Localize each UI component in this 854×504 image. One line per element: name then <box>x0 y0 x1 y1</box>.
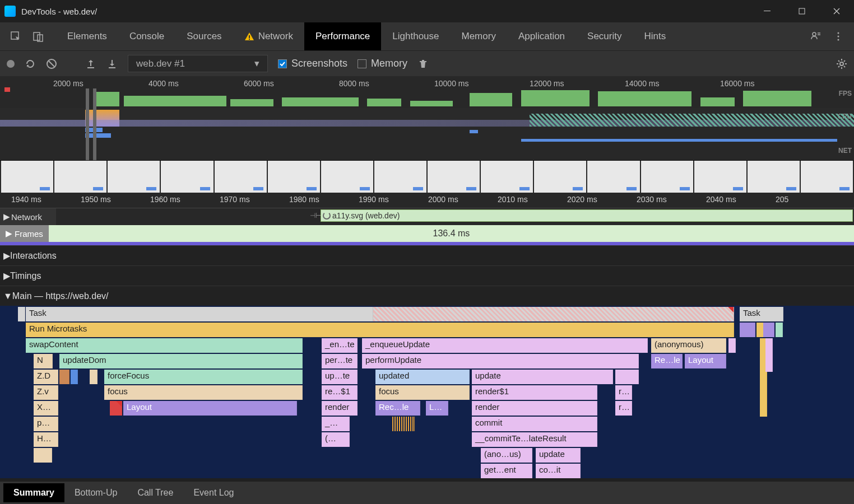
bottom-tab-eventlog[interactable]: Event Log <box>183 483 244 502</box>
network-track-label: Network <box>11 212 42 222</box>
flame-task: Task <box>26 307 373 321</box>
warning-icon <box>244 31 254 41</box>
bottom-tab-calltree[interactable]: Call Tree <box>127 483 183 502</box>
ruler-tick: 1980 ms <box>289 195 319 204</box>
overview-tick: 4000 ms <box>148 79 179 88</box>
clear-button[interactable] <box>46 58 57 69</box>
filmstrip-thumb[interactable] <box>215 161 267 193</box>
overview-tick: 14000 ms <box>625 79 659 88</box>
delete-button[interactable] <box>417 58 429 69</box>
filmstrip-thumb[interactable] <box>54 161 106 193</box>
detail-ruler[interactable]: 1940 ms1950 ms1960 ms1970 ms1980 ms1990 … <box>0 193 854 208</box>
download-button[interactable] <box>106 58 118 69</box>
filmstrip-thumb[interactable] <box>321 161 373 193</box>
svg-point-9 <box>838 36 839 38</box>
timings-track[interactable]: ▶Timings <box>0 265 854 286</box>
filmstrip-thumb[interactable] <box>428 161 480 193</box>
bottom-tab-bottomup[interactable]: Bottom-Up <box>64 483 127 502</box>
reload-button[interactable] <box>25 58 36 69</box>
overview-tick: 12000 ms <box>530 79 564 88</box>
overview-tick: 6000 ms <box>244 79 274 88</box>
overview-timeline[interactable]: 2000 ms4000 ms6000 ms8000 ms10000 ms1200… <box>0 76 854 160</box>
memory-checkbox[interactable]: Memory <box>358 58 407 69</box>
filmstrip-thumb[interactable] <box>801 161 853 193</box>
filmstrip-thumb[interactable] <box>694 161 746 193</box>
loading-icon <box>323 212 331 220</box>
ruler-tick: 1960 ms <box>150 195 180 204</box>
maximize-button[interactable] <box>785 0 819 22</box>
bottom-tab-summary[interactable]: Summary <box>3 483 64 502</box>
ruler-tick: 205 <box>776 195 788 204</box>
selection-end-handle[interactable] <box>93 88 96 160</box>
ruler-tick: 2030 ms <box>637 195 667 204</box>
filmstrip-thumb[interactable] <box>374 161 426 193</box>
tab-console[interactable]: Console <box>118 22 175 50</box>
ruler-tick: 2000 ms <box>428 195 458 204</box>
tab-application[interactable]: Application <box>507 22 576 50</box>
filmstrip-thumb[interactable] <box>108 161 160 193</box>
net-lane-label: NET <box>838 147 852 155</box>
frames-track-label[interactable]: ▶Frames <box>0 225 49 242</box>
tab-network[interactable]: Network <box>233 22 304 50</box>
tab-elements[interactable]: Elements <box>56 22 118 50</box>
filmstrip-thumb[interactable] <box>481 161 533 193</box>
svg-rect-6 <box>249 39 250 40</box>
filmstrip-thumb[interactable] <box>268 161 320 193</box>
interactions-track[interactable]: ▶Interactions <box>0 245 854 265</box>
filmstrip-thumb[interactable] <box>161 161 213 193</box>
device-icon[interactable] <box>27 22 49 50</box>
selection-start-handle[interactable] <box>86 88 89 160</box>
tab-memory[interactable]: Memory <box>451 22 507 50</box>
ruler-tick: 1950 ms <box>81 195 111 204</box>
filmstrip[interactable] <box>0 160 854 193</box>
flame-microtasks: Run Microtasks <box>26 323 734 337</box>
svg-rect-0 <box>764 11 771 11</box>
overview-tick: 2000 ms <box>53 79 83 88</box>
screenshots-checkbox[interactable]: Screenshots <box>278 58 347 69</box>
more-icon[interactable] <box>827 22 850 50</box>
frame-duration[interactable]: 136.4 ms <box>49 225 854 242</box>
filmstrip-thumb[interactable] <box>748 161 800 193</box>
chevron-down-icon: ▾ <box>254 58 259 69</box>
overview-tick: 10000 ms <box>434 79 468 88</box>
svg-point-12 <box>840 62 843 66</box>
upload-button[interactable] <box>85 58 96 69</box>
app-logo-icon <box>4 6 16 17</box>
overview-tick: 16000 ms <box>720 79 754 88</box>
fps-lane-label: FPS <box>839 90 852 97</box>
svg-rect-1 <box>799 8 805 14</box>
main-track[interactable]: ▼Main — https://web.dev/ <box>0 286 854 306</box>
ruler-tick: 2040 ms <box>706 195 736 204</box>
filmstrip-thumb[interactable] <box>587 161 639 193</box>
network-request-bar[interactable]: a11y.svg (web.dev) <box>321 209 853 222</box>
tab-sources[interactable]: Sources <box>175 22 233 50</box>
flame-task2: Task <box>740 307 783 321</box>
svg-point-10 <box>838 39 839 41</box>
record-button[interactable] <box>7 60 15 68</box>
overview-tick: 8000 ms <box>339 79 369 88</box>
flame-chart[interactable]: Task Task Run Microtasks swapContent _en… <box>0 306 854 478</box>
inspect-icon[interactable] <box>4 22 27 50</box>
tab-performance[interactable]: Performance <box>304 22 381 50</box>
window-title: DevTools - web.dev/ <box>21 7 97 16</box>
trace-select[interactable]: web.dev #1▾ <box>128 55 268 72</box>
tab-security[interactable]: Security <box>576 22 633 50</box>
svg-point-8 <box>838 32 839 34</box>
filmstrip-thumb[interactable] <box>641 161 693 193</box>
feedback-icon[interactable] <box>805 22 827 50</box>
close-button[interactable] <box>819 0 854 22</box>
settings-icon[interactable] <box>836 58 847 69</box>
collapse-icon[interactable]: ▶ <box>2 212 11 222</box>
filmstrip-thumb[interactable] <box>1 161 53 193</box>
ruler-tick: 2020 ms <box>567 195 597 204</box>
tab-lighthouse[interactable]: Lighthouse <box>381 22 450 50</box>
minimize-button[interactable] <box>750 0 785 22</box>
ruler-tick: 1940 ms <box>11 195 41 204</box>
ruler-tick: 1990 ms <box>359 195 389 204</box>
tab-hints[interactable]: Hints <box>633 22 677 50</box>
ruler-tick: 1970 ms <box>220 195 250 204</box>
filmstrip-thumb[interactable] <box>534 161 586 193</box>
svg-rect-3 <box>34 32 40 40</box>
flame-swap: swapContent <box>26 338 303 353</box>
svg-rect-5 <box>249 35 250 38</box>
